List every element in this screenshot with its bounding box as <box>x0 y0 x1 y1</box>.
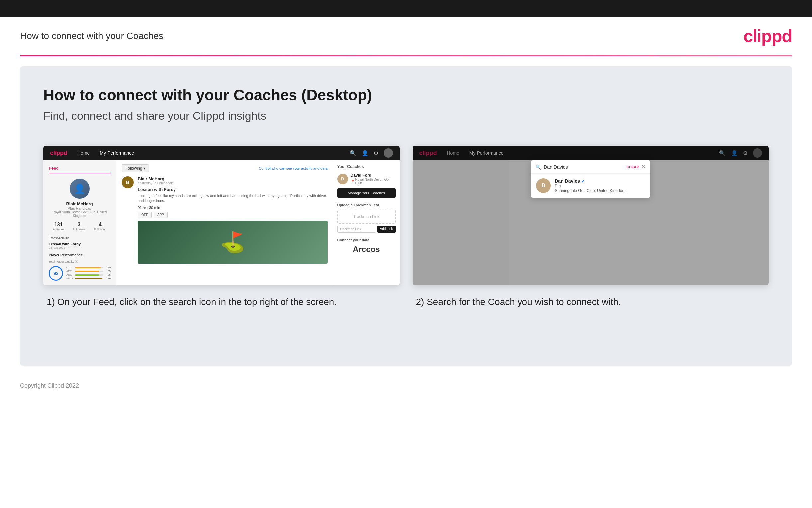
trackman-row: Trackman Link Add Link <box>337 225 395 232</box>
arccos-logo: Arccos <box>337 245 395 254</box>
settings-nav-icon[interactable]: ⚙ <box>374 150 378 156</box>
nav-icons: 🔍 👤 ⚙ <box>350 149 393 158</box>
followers-count: 3 <box>73 221 86 227</box>
top-bar <box>0 0 812 17</box>
post-content: Blair McHarg Yesterday · Sunningdale Les… <box>138 176 328 264</box>
trackman-input[interactable]: Trackman Link <box>337 225 376 232</box>
profile-name: Blair McHarg <box>49 201 111 206</box>
trackman-add-button[interactable]: Add Link <box>377 225 395 232</box>
activities-count: 131 <box>52 221 64 227</box>
footer: Copyright Clippd 2022 <box>0 376 812 399</box>
main-content: How to connect with your Coaches (Deskto… <box>20 66 792 366</box>
coach-item: D David Ford 📍 Royal North Devon Golf Cl… <box>337 173 395 185</box>
header: How to connect with your Coaches clippd <box>0 17 812 55</box>
stat-followers: 3 Followers <box>73 221 86 231</box>
activity-name: Lesson with Fordy <box>49 242 111 246</box>
screenshot-block-1: clippd Home My Performance 🔍 👤 ⚙ Feed <box>43 146 399 308</box>
app-nav-logo: clippd <box>50 150 67 157</box>
post-author-name: Blair McHarg <box>138 176 328 181</box>
logo: clippd <box>743 26 792 46</box>
result-info: Dan Davies ✔ Pro Sunningdale Golf Club, … <box>555 178 625 193</box>
verified-icon: ✔ <box>581 179 585 184</box>
stat-following: 4 Following <box>94 221 106 231</box>
tpq-bar-arg: ARG 86 <box>66 273 111 277</box>
coach-club: 📍 Royal North Devon Golf Club <box>351 178 395 185</box>
post-buttons: OFF APP <box>138 212 328 218</box>
screenshot-2: clippd Home My Performance 🔍 👤 ⚙ <box>413 146 769 286</box>
latest-activity-label: Latest Activity <box>49 236 111 240</box>
app-sidebar: Feed Blair McHarg Plus Handicap Royal No… <box>43 160 116 286</box>
search-close-button[interactable]: ✕ <box>641 164 646 170</box>
screenshot-1: clippd Home My Performance 🔍 👤 ⚙ Feed <box>43 146 399 286</box>
search-clear-button[interactable]: CLEAR <box>626 165 639 169</box>
post-card: B Blair McHarg Yesterday · Sunningdale L… <box>122 176 328 264</box>
section-title: How to connect with your Coaches (Deskto… <box>43 86 769 104</box>
screenshot-block-2: clippd Home My Performance 🔍 👤 ⚙ <box>413 146 769 308</box>
post-avatar: B <box>122 176 134 188</box>
location-icon: 📍 <box>351 180 355 183</box>
app-btn[interactable]: APP <box>153 212 168 218</box>
post-text: Looking to feel like my hands are exitin… <box>138 193 328 204</box>
header-divider <box>20 55 792 56</box>
nav-item-home[interactable]: Home <box>78 151 90 156</box>
page-title: How to connect with your Coaches <box>20 31 163 41</box>
screenshots-row: clippd Home My Performance 🔍 👤 ⚙ Feed <box>43 146 769 308</box>
coaches-title: Your Coaches <box>337 164 395 169</box>
profile-handicap: Plus Handicap <box>49 206 111 210</box>
result-name: Dan Davies ✔ <box>555 178 625 184</box>
search-overlay: 🔍 Dan Davies CLEAR ✕ D Dan Davies ✔ Pro <box>531 160 651 198</box>
profile-section: Blair McHarg Plus Handicap Royal North D… <box>49 179 111 231</box>
coach-avatar: D <box>337 174 348 184</box>
post-image: ⛳ <box>138 220 328 264</box>
tpq-label: Total Player Quality ⓘ <box>49 260 111 264</box>
app-feed: Following ▾ Control who can see your act… <box>116 160 333 286</box>
search-result[interactable]: D Dan Davies ✔ Pro Sunningdale Golf Club… <box>531 174 651 198</box>
tpq-bar-ott: OTT 90 <box>66 266 111 269</box>
activities-label: Activities <box>52 227 64 231</box>
profile-nav-icon[interactable]: 👤 <box>362 150 368 156</box>
following-button[interactable]: Following ▾ <box>122 164 149 172</box>
profile-club: Royal North Devon Golf Club, United King… <box>49 210 111 218</box>
copyright: Copyright Clippd 2022 <box>20 382 79 389</box>
search-icon: 🔍 <box>535 164 541 170</box>
off-btn[interactable]: OFF <box>138 212 152 218</box>
trackman-link-placeholder: Trackman Link <box>337 210 395 223</box>
following-label: Following <box>94 227 106 231</box>
app-nav: clippd Home My Performance 🔍 👤 ⚙ <box>43 146 399 160</box>
result-avatar: D <box>536 178 551 193</box>
golfer-image: ⛳ <box>220 230 245 254</box>
trackman-section: Upload a Trackman Test Trackman Link Tra… <box>337 203 395 232</box>
player-perf-title: Player Performance <box>49 253 111 257</box>
stat-activities: 131 Activities <box>52 221 64 231</box>
trackman-title: Upload a Trackman Test <box>337 203 395 207</box>
tpq-bar-app: APP 85 <box>66 270 111 273</box>
tpq-bar-putt: PUTT 96 <box>66 277 111 280</box>
following-count: 4 <box>94 221 106 227</box>
player-perf: Player Performance Total Player Quality … <box>49 253 111 281</box>
section-subtitle: Find, connect and share your Clippd insi… <box>43 110 769 122</box>
search-nav-icon[interactable]: 🔍 <box>350 150 356 156</box>
tpq-section: 92 OTT 90 APP <box>49 266 111 281</box>
profile-stats: 131 Activities 3 Followers 4 Following <box>49 221 111 231</box>
nav-item-performance[interactable]: My Performance <box>100 151 134 156</box>
app-right-panel: Your Coaches D David Ford 📍 Royal North … <box>333 160 399 286</box>
post-author-meta: Yesterday · Sunningdale <box>138 181 328 185</box>
nav-avatar[interactable] <box>384 149 393 158</box>
feed-label: Feed <box>49 166 111 173</box>
control-activity-link[interactable]: Control who can see your activity and da… <box>258 166 327 170</box>
result-role: Pro <box>555 184 625 188</box>
manage-coaches-button[interactable]: Manage Your Coaches <box>337 188 395 198</box>
tpq-bars: OTT 90 APP 85 <box>66 266 111 281</box>
activity-date: 03 Aug 2022 <box>49 246 111 249</box>
following-bar: Following ▾ Control who can see your act… <box>122 164 328 172</box>
post-duration: 01 hr : 30 min <box>138 206 328 210</box>
tpq-score: 92 <box>49 266 63 281</box>
coach-name: David Ford <box>351 173 395 178</box>
search-bar: 🔍 Dan Davies CLEAR ✕ <box>531 160 651 174</box>
step-1-label: 1) On your Feed, click on the search ico… <box>43 295 399 308</box>
step-2-label: 2) Search for the Coach you wish to conn… <box>413 295 769 308</box>
profile-avatar <box>70 179 90 199</box>
app-body: Feed Blair McHarg Plus Handicap Royal No… <box>43 160 399 286</box>
search-query[interactable]: Dan Davies <box>544 164 624 170</box>
coach-info: David Ford 📍 Royal North Devon Golf Club <box>351 173 395 185</box>
